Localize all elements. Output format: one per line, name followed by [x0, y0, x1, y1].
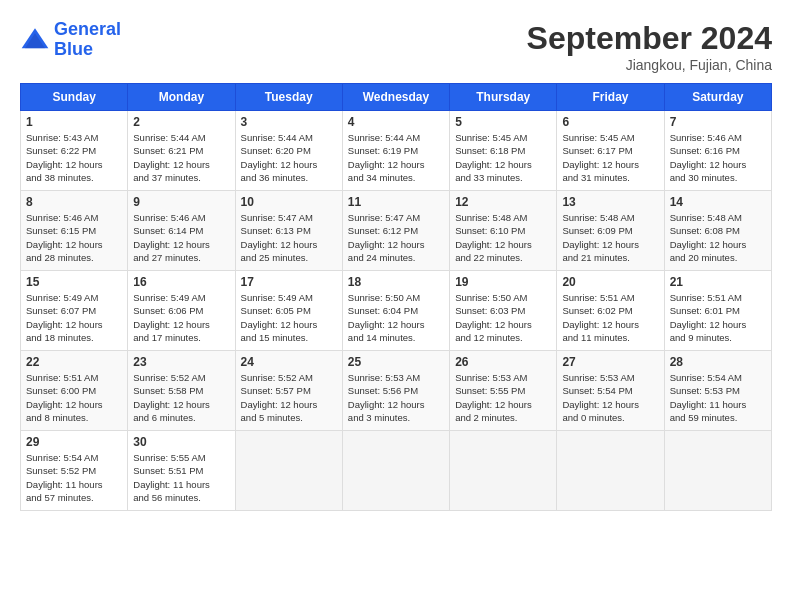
- title-block: September 2024 Jiangkou, Fujian, China: [527, 20, 772, 73]
- calendar-cell: 9Sunrise: 5:46 AM Sunset: 6:14 PM Daylig…: [128, 191, 235, 271]
- day-number: 24: [241, 355, 337, 369]
- calendar-cell: [235, 431, 342, 511]
- day-info: Sunrise: 5:51 AM Sunset: 6:02 PM Dayligh…: [562, 291, 658, 344]
- day-info: Sunrise: 5:53 AM Sunset: 5:54 PM Dayligh…: [562, 371, 658, 424]
- calendar-cell: 22Sunrise: 5:51 AM Sunset: 6:00 PM Dayli…: [21, 351, 128, 431]
- day-info: Sunrise: 5:47 AM Sunset: 6:12 PM Dayligh…: [348, 211, 444, 264]
- calendar-cell: 19Sunrise: 5:50 AM Sunset: 6:03 PM Dayli…: [450, 271, 557, 351]
- day-info: Sunrise: 5:45 AM Sunset: 6:18 PM Dayligh…: [455, 131, 551, 184]
- calendar-cell: 10Sunrise: 5:47 AM Sunset: 6:13 PM Dayli…: [235, 191, 342, 271]
- header-monday: Monday: [128, 84, 235, 111]
- day-number: 29: [26, 435, 122, 449]
- calendar-cell: 23Sunrise: 5:52 AM Sunset: 5:58 PM Dayli…: [128, 351, 235, 431]
- day-info: Sunrise: 5:53 AM Sunset: 5:55 PM Dayligh…: [455, 371, 551, 424]
- day-number: 20: [562, 275, 658, 289]
- day-info: Sunrise: 5:47 AM Sunset: 6:13 PM Dayligh…: [241, 211, 337, 264]
- day-info: Sunrise: 5:54 AM Sunset: 5:52 PM Dayligh…: [26, 451, 122, 504]
- calendar-cell: 17Sunrise: 5:49 AM Sunset: 6:05 PM Dayli…: [235, 271, 342, 351]
- calendar-cell: 18Sunrise: 5:50 AM Sunset: 6:04 PM Dayli…: [342, 271, 449, 351]
- day-number: 26: [455, 355, 551, 369]
- day-info: Sunrise: 5:46 AM Sunset: 6:16 PM Dayligh…: [670, 131, 766, 184]
- day-info: Sunrise: 5:53 AM Sunset: 5:56 PM Dayligh…: [348, 371, 444, 424]
- calendar-cell: 27Sunrise: 5:53 AM Sunset: 5:54 PM Dayli…: [557, 351, 664, 431]
- day-number: 18: [348, 275, 444, 289]
- calendar-cell: 28Sunrise: 5:54 AM Sunset: 5:53 PM Dayli…: [664, 351, 771, 431]
- location-subtitle: Jiangkou, Fujian, China: [527, 57, 772, 73]
- day-info: Sunrise: 5:52 AM Sunset: 5:57 PM Dayligh…: [241, 371, 337, 424]
- header-friday: Friday: [557, 84, 664, 111]
- day-number: 19: [455, 275, 551, 289]
- calendar-cell: [664, 431, 771, 511]
- day-number: 6: [562, 115, 658, 129]
- day-info: Sunrise: 5:52 AM Sunset: 5:58 PM Dayligh…: [133, 371, 229, 424]
- day-number: 5: [455, 115, 551, 129]
- day-info: Sunrise: 5:54 AM Sunset: 5:53 PM Dayligh…: [670, 371, 766, 424]
- calendar-cell: 2Sunrise: 5:44 AM Sunset: 6:21 PM Daylig…: [128, 111, 235, 191]
- day-info: Sunrise: 5:49 AM Sunset: 6:07 PM Dayligh…: [26, 291, 122, 344]
- calendar-cell: 5Sunrise: 5:45 AM Sunset: 6:18 PM Daylig…: [450, 111, 557, 191]
- calendar-cell: 21Sunrise: 5:51 AM Sunset: 6:01 PM Dayli…: [664, 271, 771, 351]
- calendar-cell: 16Sunrise: 5:49 AM Sunset: 6:06 PM Dayli…: [128, 271, 235, 351]
- calendar-cell: 12Sunrise: 5:48 AM Sunset: 6:10 PM Dayli…: [450, 191, 557, 271]
- day-number: 21: [670, 275, 766, 289]
- day-number: 9: [133, 195, 229, 209]
- calendar-cell: 30Sunrise: 5:55 AM Sunset: 5:51 PM Dayli…: [128, 431, 235, 511]
- header-sunday: Sunday: [21, 84, 128, 111]
- day-number: 30: [133, 435, 229, 449]
- day-info: Sunrise: 5:48 AM Sunset: 6:09 PM Dayligh…: [562, 211, 658, 264]
- day-number: 3: [241, 115, 337, 129]
- logo: General Blue: [20, 20, 121, 60]
- day-number: 8: [26, 195, 122, 209]
- calendar-cell: 8Sunrise: 5:46 AM Sunset: 6:15 PM Daylig…: [21, 191, 128, 271]
- header-thursday: Thursday: [450, 84, 557, 111]
- day-number: 4: [348, 115, 444, 129]
- day-number: 7: [670, 115, 766, 129]
- day-number: 17: [241, 275, 337, 289]
- calendar-cell: 6Sunrise: 5:45 AM Sunset: 6:17 PM Daylig…: [557, 111, 664, 191]
- day-number: 1: [26, 115, 122, 129]
- header-saturday: Saturday: [664, 84, 771, 111]
- day-number: 28: [670, 355, 766, 369]
- calendar-body: 1Sunrise: 5:43 AM Sunset: 6:22 PM Daylig…: [21, 111, 772, 511]
- day-info: Sunrise: 5:51 AM Sunset: 6:00 PM Dayligh…: [26, 371, 122, 424]
- day-number: 10: [241, 195, 337, 209]
- day-info: Sunrise: 5:49 AM Sunset: 6:06 PM Dayligh…: [133, 291, 229, 344]
- calendar-cell: 26Sunrise: 5:53 AM Sunset: 5:55 PM Dayli…: [450, 351, 557, 431]
- calendar-cell: 7Sunrise: 5:46 AM Sunset: 6:16 PM Daylig…: [664, 111, 771, 191]
- day-info: Sunrise: 5:46 AM Sunset: 6:15 PM Dayligh…: [26, 211, 122, 264]
- day-info: Sunrise: 5:45 AM Sunset: 6:17 PM Dayligh…: [562, 131, 658, 184]
- day-info: Sunrise: 5:51 AM Sunset: 6:01 PM Dayligh…: [670, 291, 766, 344]
- calendar-cell: 29Sunrise: 5:54 AM Sunset: 5:52 PM Dayli…: [21, 431, 128, 511]
- day-number: 15: [26, 275, 122, 289]
- day-info: Sunrise: 5:55 AM Sunset: 5:51 PM Dayligh…: [133, 451, 229, 504]
- calendar-cell: 4Sunrise: 5:44 AM Sunset: 6:19 PM Daylig…: [342, 111, 449, 191]
- day-info: Sunrise: 5:49 AM Sunset: 6:05 PM Dayligh…: [241, 291, 337, 344]
- calendar-table: Sunday Monday Tuesday Wednesday Thursday…: [20, 83, 772, 511]
- calendar-header: Sunday Monday Tuesday Wednesday Thursday…: [21, 84, 772, 111]
- calendar-cell: [342, 431, 449, 511]
- day-info: Sunrise: 5:44 AM Sunset: 6:20 PM Dayligh…: [241, 131, 337, 184]
- day-number: 12: [455, 195, 551, 209]
- day-number: 11: [348, 195, 444, 209]
- day-number: 14: [670, 195, 766, 209]
- calendar-cell: 11Sunrise: 5:47 AM Sunset: 6:12 PM Dayli…: [342, 191, 449, 271]
- day-number: 25: [348, 355, 444, 369]
- day-number: 27: [562, 355, 658, 369]
- page-header: General Blue September 2024 Jiangkou, Fu…: [20, 20, 772, 73]
- day-number: 16: [133, 275, 229, 289]
- calendar-cell: 25Sunrise: 5:53 AM Sunset: 5:56 PM Dayli…: [342, 351, 449, 431]
- logo-icon: [20, 25, 50, 55]
- month-title: September 2024: [527, 20, 772, 57]
- day-number: 23: [133, 355, 229, 369]
- calendar-cell: 3Sunrise: 5:44 AM Sunset: 6:20 PM Daylig…: [235, 111, 342, 191]
- logo-text: General Blue: [54, 20, 121, 60]
- calendar-cell: 14Sunrise: 5:48 AM Sunset: 6:08 PM Dayli…: [664, 191, 771, 271]
- day-info: Sunrise: 5:48 AM Sunset: 6:08 PM Dayligh…: [670, 211, 766, 264]
- calendar-cell: 1Sunrise: 5:43 AM Sunset: 6:22 PM Daylig…: [21, 111, 128, 191]
- calendar-cell: 24Sunrise: 5:52 AM Sunset: 5:57 PM Dayli…: [235, 351, 342, 431]
- calendar-cell: 13Sunrise: 5:48 AM Sunset: 6:09 PM Dayli…: [557, 191, 664, 271]
- day-info: Sunrise: 5:50 AM Sunset: 6:03 PM Dayligh…: [455, 291, 551, 344]
- day-info: Sunrise: 5:46 AM Sunset: 6:14 PM Dayligh…: [133, 211, 229, 264]
- day-info: Sunrise: 5:44 AM Sunset: 6:21 PM Dayligh…: [133, 131, 229, 184]
- day-number: 13: [562, 195, 658, 209]
